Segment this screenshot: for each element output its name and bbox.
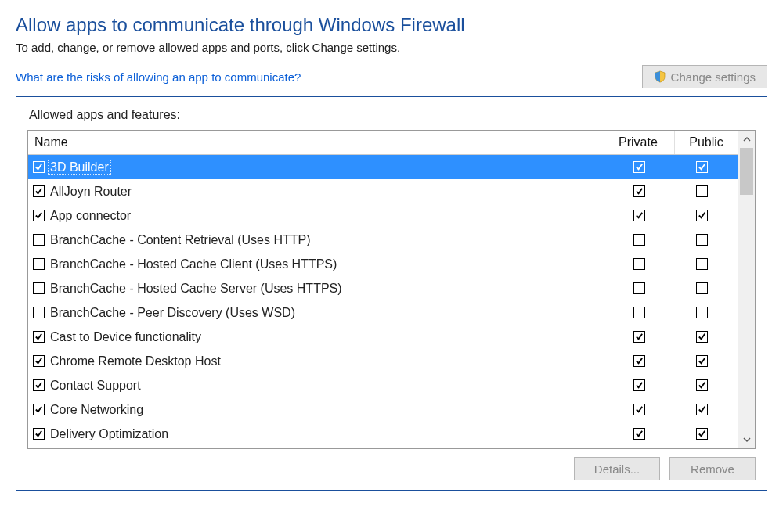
app-name-label: Cast to Device functionality [48, 329, 204, 345]
scroll-up-icon[interactable] [738, 131, 755, 148]
public-checkbox[interactable] [696, 161, 708, 173]
table-row[interactable]: BranchCache - Hosted Cache Server (Uses … [28, 276, 738, 300]
apps-list: Name Private Public 3D BuilderAllJoyn Ro… [27, 130, 756, 449]
private-checkbox[interactable] [633, 428, 645, 440]
shield-icon [654, 70, 666, 83]
private-checkbox[interactable] [633, 379, 645, 391]
enable-checkbox[interactable] [33, 379, 45, 391]
column-private[interactable]: Private [612, 131, 675, 154]
public-checkbox[interactable] [696, 282, 708, 294]
enable-checkbox[interactable] [33, 234, 45, 246]
app-name-label: Delivery Optimization [48, 426, 171, 442]
app-name-label: BranchCache - Hosted Cache Server (Uses … [48, 281, 345, 297]
app-name-label: BranchCache - Peer Discovery (Uses WSD) [48, 305, 298, 321]
public-checkbox[interactable] [696, 234, 708, 246]
enable-checkbox[interactable] [33, 210, 45, 221]
table-row[interactable]: Chrome Remote Desktop Host [28, 349, 738, 373]
private-checkbox[interactable] [633, 161, 645, 173]
app-name-label: BranchCache - Hosted Cache Client (Uses … [48, 257, 339, 272]
enable-checkbox[interactable] [33, 428, 45, 440]
enable-checkbox[interactable] [33, 161, 45, 173]
scrollbar[interactable] [738, 131, 755, 448]
column-name[interactable]: Name [28, 131, 612, 154]
private-checkbox[interactable] [633, 282, 645, 294]
app-name-label: BranchCache - Content Retrieval (Uses HT… [48, 232, 313, 248]
public-checkbox[interactable] [696, 404, 708, 415]
table-row[interactable]: 3D Builder [28, 155, 738, 179]
table-row[interactable]: Core Networking [28, 397, 738, 422]
enable-checkbox[interactable] [33, 355, 45, 367]
public-checkbox[interactable] [696, 331, 708, 343]
public-checkbox[interactable] [696, 379, 708, 391]
details-button[interactable]: Details... [574, 457, 660, 480]
column-public[interactable]: Public [675, 131, 738, 154]
private-checkbox[interactable] [633, 307, 645, 318]
table-row[interactable]: AllJoyn Router [28, 179, 738, 203]
table-row[interactable]: App connector [28, 203, 738, 228]
private-checkbox[interactable] [633, 210, 645, 221]
change-settings-button[interactable]: Change settings [642, 65, 767, 88]
app-name-label: Core Networking [48, 402, 146, 418]
table-row[interactable]: BranchCache - Hosted Cache Client (Uses … [28, 252, 738, 276]
list-header: Name Private Public [28, 131, 738, 155]
private-checkbox[interactable] [633, 258, 645, 270]
app-name-label: Chrome Remote Desktop Host [48, 354, 223, 369]
scroll-thumb[interactable] [740, 148, 753, 195]
app-name-label: AllJoyn Router [48, 184, 134, 200]
public-checkbox[interactable] [696, 307, 708, 318]
private-checkbox[interactable] [633, 234, 645, 246]
private-checkbox[interactable] [633, 404, 645, 415]
panel-title: Allowed apps and features: [29, 108, 756, 122]
page-subtext: To add, change, or remove allowed apps a… [16, 41, 767, 54]
change-settings-label: Change settings [671, 70, 756, 84]
page-title: Allow apps to communicate through Window… [16, 14, 767, 36]
table-row[interactable]: Cast to Device functionality [28, 325, 738, 349]
private-checkbox[interactable] [633, 355, 645, 367]
private-checkbox[interactable] [633, 331, 645, 343]
remove-button[interactable]: Remove [669, 457, 756, 480]
private-checkbox[interactable] [633, 185, 645, 197]
table-row[interactable]: Delivery Optimization [28, 422, 738, 446]
table-row[interactable]: Contact Support [28, 373, 738, 397]
table-row[interactable]: BranchCache - Content Retrieval (Uses HT… [28, 228, 738, 252]
public-checkbox[interactable] [696, 185, 708, 197]
enable-checkbox[interactable] [33, 331, 45, 343]
public-checkbox[interactable] [696, 258, 708, 270]
enable-checkbox[interactable] [33, 307, 45, 318]
public-checkbox[interactable] [696, 428, 708, 440]
enable-checkbox[interactable] [33, 258, 45, 270]
scroll-track[interactable] [738, 148, 755, 431]
enable-checkbox[interactable] [33, 404, 45, 415]
enable-checkbox[interactable] [33, 282, 45, 294]
scroll-down-icon[interactable] [738, 431, 755, 448]
app-name-label: App connector [48, 208, 133, 224]
public-checkbox[interactable] [696, 210, 708, 221]
app-name-label: Contact Support [48, 378, 143, 394]
risks-link[interactable]: What are the risks of allowing an app to… [16, 70, 301, 84]
table-row[interactable]: BranchCache - Peer Discovery (Uses WSD) [28, 300, 738, 325]
enable-checkbox[interactable] [33, 185, 45, 197]
app-name-label: 3D Builder [48, 160, 111, 175]
allowed-apps-panel: Allowed apps and features: Name Private … [16, 96, 767, 491]
public-checkbox[interactable] [696, 355, 708, 367]
